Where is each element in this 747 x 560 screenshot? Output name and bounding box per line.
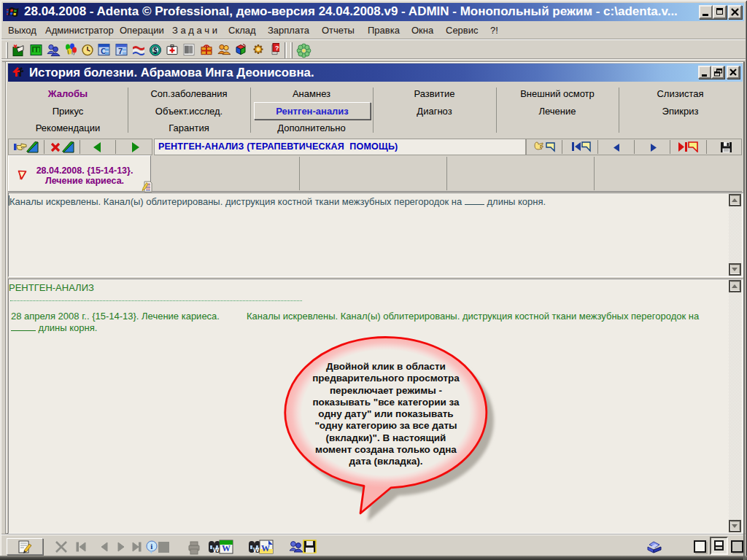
svg-text:i: i bbox=[150, 542, 152, 551]
svg-text:7: 7 bbox=[118, 47, 123, 55]
svg-text:W: W bbox=[222, 543, 231, 553]
svg-text:W: W bbox=[213, 546, 220, 553]
svg-text:$: $ bbox=[153, 47, 158, 55]
svg-text:W: W bbox=[261, 543, 270, 553]
svg-text:W: W bbox=[253, 546, 260, 553]
svg-text:?: ? bbox=[275, 44, 279, 52]
